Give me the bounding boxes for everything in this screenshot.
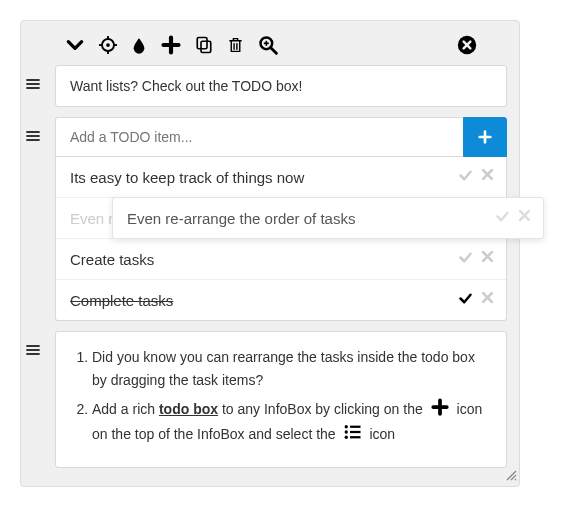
svg-point-40	[344, 430, 347, 433]
drag-handle-icon[interactable]	[25, 77, 41, 91]
todo-item[interactable]: Its easy to keep track of things now	[56, 157, 506, 198]
todo-list: Its easy to keep track of things now Eve…	[55, 157, 507, 321]
x-icon[interactable]	[481, 168, 494, 186]
svg-point-42	[344, 436, 347, 439]
check-icon[interactable]	[495, 209, 510, 227]
title-section: Want lists? Check out the TODO box!	[29, 65, 507, 107]
plus-icon	[431, 398, 449, 423]
check-icon[interactable]	[458, 250, 473, 268]
copy-icon[interactable]	[195, 35, 213, 55]
todo-item[interactable]: Create tasks	[56, 239, 506, 280]
svg-line-11	[271, 48, 277, 54]
check-icon[interactable]	[458, 168, 473, 186]
todo-text: Even re-arrange the order of tasks	[127, 210, 495, 227]
tips-section: Did you know you can rearrange the tasks…	[29, 331, 507, 468]
x-icon[interactable]	[481, 250, 494, 268]
list-icon	[344, 424, 362, 447]
target-icon[interactable]	[99, 36, 117, 54]
plus-icon[interactable]	[161, 35, 181, 55]
todo-input-row	[55, 117, 507, 157]
title-box[interactable]: Want lists? Check out the TODO box!	[55, 65, 507, 107]
tip-item: Did you know you can rearrange the tasks…	[92, 346, 488, 392]
add-todo-button[interactable]	[463, 117, 507, 157]
svg-point-38	[344, 425, 347, 428]
toolbar	[29, 29, 507, 65]
tip-item: Add a rich todo box to any InfoBox by cl…	[92, 398, 488, 447]
todo-input[interactable]	[55, 117, 463, 157]
trash-icon[interactable]	[227, 35, 244, 55]
svg-line-46	[515, 479, 516, 480]
drag-handle-icon[interactable]	[25, 343, 41, 357]
svg-rect-9	[197, 38, 207, 49]
infobox-widget: Want lists? Check out the TODO box! Its …	[20, 20, 520, 487]
close-icon[interactable]	[457, 35, 477, 55]
x-icon[interactable]	[518, 209, 531, 227]
todo-item-dragging[interactable]: Even re-arrange the order of tasks	[112, 197, 544, 239]
drag-handle-icon[interactable]	[25, 129, 41, 143]
check-icon[interactable]	[458, 291, 473, 309]
todo-text: Create tasks	[70, 251, 458, 268]
todo-text: Its easy to keep track of things now	[70, 169, 458, 186]
resize-handle-icon[interactable]	[505, 468, 517, 484]
search-plus-icon[interactable]	[258, 35, 278, 55]
todo-item[interactable]: Complete tasks	[56, 280, 506, 320]
x-icon[interactable]	[481, 291, 494, 309]
svg-rect-8	[201, 41, 211, 52]
chevron-down-icon[interactable]	[65, 35, 85, 55]
tips-box: Did you know you can rearrange the tasks…	[55, 331, 507, 468]
svg-point-1	[106, 43, 110, 47]
tint-icon[interactable]	[131, 36, 147, 54]
todo-text: Complete tasks	[70, 292, 458, 309]
